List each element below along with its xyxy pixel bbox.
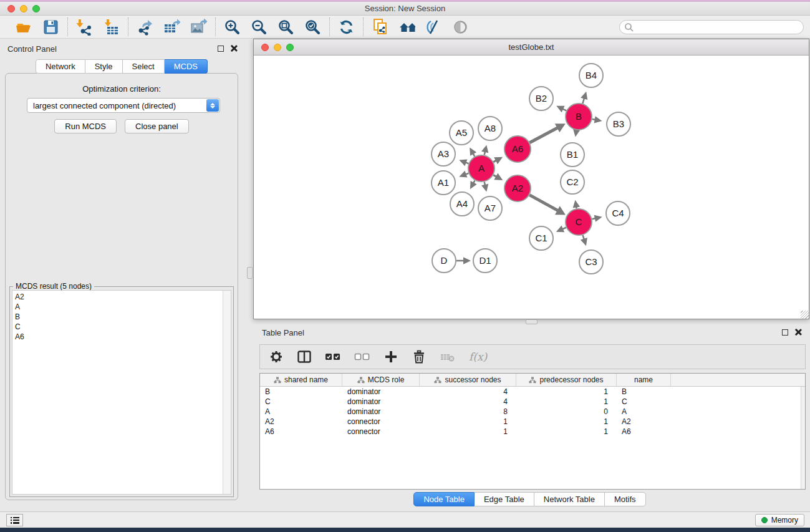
table-cell[interactable]: dominator <box>342 407 420 417</box>
table-cell[interactable]: 1 <box>516 387 617 397</box>
table-cell[interactable]: A <box>260 407 342 417</box>
table-cell[interactable]: dominator <box>342 387 420 397</box>
deselect-all-icon[interactable] <box>354 349 370 365</box>
table-cell[interactable]: B <box>617 387 671 397</box>
column-header-MCDS-role[interactable]: MCDS role <box>342 374 420 386</box>
table-panel: Table Panel <box>249 324 810 511</box>
select-all-icon[interactable] <box>325 349 341 365</box>
mcds-result-item[interactable]: A6 <box>15 332 231 342</box>
tab-style[interactable]: Style <box>85 59 123 74</box>
table-row[interactable]: Adominator80A <box>260 407 805 417</box>
network-canvas[interactable]: B4B2BB3B1A5A8A6A3AA1C2A4A7A2CC1C4C3DD1 <box>254 56 809 319</box>
float-table-panel-icon[interactable] <box>782 329 788 336</box>
mcds-result-list[interactable]: A2ABCA6 <box>12 290 231 495</box>
tab-select[interactable]: Select <box>123 59 165 74</box>
zoom-fit-icon[interactable] <box>277 19 294 36</box>
table-cell[interactable]: connector <box>342 427 420 437</box>
table-cell[interactable]: 4 <box>420 397 516 407</box>
table-cell[interactable]: 1 <box>516 397 617 407</box>
import-network-icon[interactable] <box>76 19 93 36</box>
float-panel-icon[interactable] <box>218 46 224 52</box>
close-panel-button[interactable]: Close panel <box>125 119 189 133</box>
table-cell[interactable]: 1 <box>516 427 617 437</box>
delete-column-icon[interactable] <box>412 349 427 365</box>
memory-button[interactable]: Memory <box>755 514 804 526</box>
tab-motifs[interactable]: Motifs <box>605 492 646 506</box>
refresh-icon[interactable] <box>338 19 355 36</box>
table-cell[interactable]: 1 <box>516 417 617 427</box>
mcds-result-item[interactable]: A2 <box>15 292 231 302</box>
table-row[interactable]: Cdominator41C <box>260 397 805 407</box>
column-header-predecessor-nodes[interactable]: predecessor nodes <box>516 374 617 386</box>
table-cell[interactable]: C <box>617 397 671 407</box>
table-cell[interactable]: dominator <box>342 397 420 407</box>
result-list-scrollbar[interactable] <box>223 291 231 494</box>
network-window-titlebar[interactable]: testGlobe.txt <box>254 39 809 56</box>
zoom-out-icon[interactable] <box>251 19 268 36</box>
node-table-body[interactable]: Bdominator41BCdominator41CAdominator80AA… <box>260 387 805 437</box>
table-cell[interactable]: 1 <box>420 417 516 427</box>
show-columns-icon[interactable] <box>297 349 312 365</box>
optimization-criterion-label: Optimization criterion: <box>6 84 238 94</box>
zoom-in-icon[interactable] <box>224 19 241 36</box>
table-cell[interactable]: A2 <box>617 417 671 427</box>
export-table-icon[interactable] <box>163 19 180 36</box>
horizontal-splitter-handle[interactable] <box>526 319 538 324</box>
search-input[interactable] <box>634 21 803 34</box>
table-row[interactable]: Bdominator41B <box>260 387 805 397</box>
hide-details-icon[interactable] <box>425 19 442 36</box>
table-cell[interactable]: C <box>260 397 342 407</box>
table-cell[interactable]: 1 <box>420 427 516 437</box>
edge-A6-B[interactable] <box>529 128 557 143</box>
table-cell[interactable]: 4 <box>420 387 516 397</box>
column-header-shared-name[interactable]: shared name <box>260 374 342 386</box>
table-settings-gear-icon[interactable] <box>269 349 284 365</box>
home-icon[interactable] <box>398 19 415 36</box>
add-column-icon[interactable] <box>383 349 398 365</box>
optimization-criterion-select[interactable]: largest connected component (directed) <box>27 98 220 113</box>
tab-network-table[interactable]: Network Table <box>534 492 605 506</box>
run-mcds-button[interactable]: Run MCDS <box>54 119 117 133</box>
column-header-name[interactable]: name <box>617 374 671 386</box>
node-label-A: A <box>478 163 485 173</box>
search-box[interactable] <box>619 20 804 34</box>
save-session-icon[interactable] <box>42 19 59 36</box>
tab-network[interactable]: Network <box>36 59 85 74</box>
tab-mcds[interactable]: MCDS <box>165 59 208 74</box>
table-cell[interactable]: A2 <box>260 417 342 427</box>
tab-edge-table[interactable]: Edge Table <box>475 492 534 506</box>
table-cell[interactable]: 8 <box>420 407 516 417</box>
edge-B-B4[interactable] <box>582 98 584 104</box>
mcds-result-item[interactable]: B <box>15 312 231 322</box>
network-graph[interactable]: B4B2BB3B1A5A8A6A3AA1C2A4A7A2CC1C4C3DD1 <box>254 56 809 319</box>
table-cell[interactable]: A6 <box>260 427 342 437</box>
column-header-successor-nodes[interactable]: successor nodes <box>420 374 516 386</box>
open-session-icon[interactable] <box>16 19 32 36</box>
zoom-selected-icon[interactable] <box>304 19 321 36</box>
task-history-button[interactable] <box>6 514 23 526</box>
select-stepper-icon <box>206 99 219 112</box>
table-cell[interactable]: A <box>617 407 671 417</box>
network-from-file-icon[interactable] <box>372 19 388 36</box>
vertical-splitter-handle[interactable] <box>247 267 253 279</box>
export-network-icon[interactable] <box>137 19 153 36</box>
table-cell[interactable]: B <box>260 387 342 397</box>
node-table-header[interactable]: shared nameMCDS rolesuccessor nodesprede… <box>260 374 805 387</box>
export-image-icon[interactable] <box>190 19 207 36</box>
mcds-result-item[interactable]: C <box>15 322 231 332</box>
birdseye-view-icon[interactable] <box>452 19 469 36</box>
edge-A2-C[interactable] <box>529 195 557 211</box>
resize-grip-icon[interactable] <box>801 311 809 319</box>
close-table-panel-icon[interactable] <box>794 329 801 336</box>
table-cell[interactable]: A6 <box>617 427 671 437</box>
table-row[interactable]: A6connector11A6 <box>260 427 805 437</box>
table-row[interactable]: A2connector11A2 <box>260 417 805 427</box>
table-cell[interactable]: connector <box>342 417 420 427</box>
tab-node-table[interactable]: Node Table <box>413 492 475 506</box>
edge-C-C3[interactable] <box>583 235 584 239</box>
mcds-result-item[interactable]: A <box>15 302 231 312</box>
close-panel-icon[interactable] <box>230 45 237 52</box>
table-cell[interactable]: 0 <box>516 407 617 417</box>
import-table-icon[interactable] <box>103 19 120 36</box>
table-scrollbar[interactable] <box>801 387 805 489</box>
